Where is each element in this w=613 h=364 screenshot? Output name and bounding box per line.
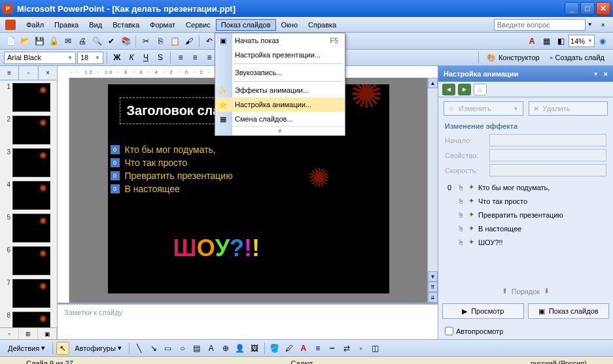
- slides-tab[interactable]: ▫: [19, 66, 38, 80]
- menu-file[interactable]: Файл: [21, 19, 49, 31]
- menu-window[interactable]: Окно: [276, 19, 304, 31]
- thumbnail-5[interactable]: ✺: [12, 214, 50, 242]
- autopreview-checkbox[interactable]: [445, 327, 453, 335]
- menu-custom-animation[interactable]: ⭐Настройка анимации...: [215, 97, 345, 112]
- menu-start-show[interactable]: ▣Начать показF5: [215, 33, 345, 48]
- menu-help[interactable]: Справка: [303, 19, 342, 31]
- line-style-icon[interactable]: ≡: [311, 342, 324, 355]
- slideshow-view-button[interactable]: ▣: [38, 328, 57, 339]
- move-up-icon[interactable]: ⬆: [502, 287, 508, 295]
- font-size-select[interactable]: 18▼: [77, 52, 103, 64]
- grid-icon[interactable]: ▦: [540, 35, 553, 48]
- effect-item[interactable]: 🖱✦Превратить презентацию: [442, 208, 609, 222]
- email-icon[interactable]: ✉: [61, 35, 75, 48]
- italic-button[interactable]: К: [125, 51, 138, 64]
- scroll-down-icon[interactable]: ▼: [428, 271, 438, 282]
- preview-button[interactable]: ▶ Просмотр: [442, 303, 524, 319]
- sorter-view-button[interactable]: ⊞: [19, 328, 38, 339]
- thumbnail-3[interactable]: ✺: [12, 148, 50, 177]
- wordart-icon[interactable]: A: [205, 342, 218, 355]
- arrow-style-icon[interactable]: ⇄: [340, 342, 353, 355]
- menu-expand-icon[interactable]: ▾: [215, 126, 345, 135]
- remove-effect-button[interactable]: ✕ Удалить: [529, 101, 608, 116]
- effect-item[interactable]: 🖱✦В настоящее: [442, 222, 609, 235]
- thumbnail-6[interactable]: ✺: [12, 246, 50, 275]
- picture-icon[interactable]: 🖼: [248, 342, 261, 355]
- shadow-button[interactable]: S: [154, 51, 167, 64]
- menu-record-narration[interactable]: Звукозапись...: [215, 65, 345, 80]
- clipart-icon[interactable]: 👤: [234, 342, 247, 355]
- permission-icon[interactable]: 🔓: [47, 35, 60, 48]
- underline-button[interactable]: Ч: [139, 51, 152, 64]
- thumbnail-8[interactable]: ✺: [12, 312, 50, 327]
- undo-icon[interactable]: ↶: [203, 35, 216, 48]
- effect-item[interactable]: 🖱✦ШОУ?!!: [442, 235, 609, 249]
- select-icon[interactable]: ↖: [56, 342, 69, 355]
- new-slide-button[interactable]: ▫Создать слайд: [546, 51, 609, 65]
- menu-format[interactable]: Формат: [145, 19, 181, 31]
- maximize-button[interactable]: □: [580, 2, 595, 15]
- dash-style-icon[interactable]: ┉: [326, 342, 339, 355]
- shadow-style-icon[interactable]: ▫: [355, 342, 368, 355]
- bold-button[interactable]: Ж: [111, 51, 124, 64]
- close-outline-button[interactable]: ×: [39, 66, 57, 80]
- save-icon[interactable]: 💾: [33, 35, 46, 48]
- add-effect-button[interactable]: ☆ Изменить ▼: [444, 101, 523, 116]
- rect-icon[interactable]: ▭: [162, 342, 175, 355]
- align-left-icon[interactable]: ≡: [174, 51, 187, 64]
- copy-icon[interactable]: ⎘: [154, 35, 167, 48]
- next-slide-icon[interactable]: ⇊: [428, 292, 438, 303]
- minimize-button[interactable]: _: [565, 2, 579, 15]
- paste-icon[interactable]: 📋: [168, 35, 181, 48]
- start-select[interactable]: [489, 134, 606, 146]
- color-icon[interactable]: ◧: [554, 35, 567, 48]
- menu-insert[interactable]: Вставка: [107, 19, 145, 31]
- font-color-draw-icon[interactable]: A: [297, 342, 310, 355]
- open-icon[interactable]: 📂: [18, 35, 31, 48]
- taskpane-close-button[interactable]: ×: [604, 70, 608, 78]
- notes-pane[interactable]: Заметки к слайду: [58, 303, 438, 339]
- zoom-select[interactable]: 14%▼: [569, 35, 595, 47]
- close-button[interactable]: ✕: [596, 2, 610, 15]
- menu-view[interactable]: Вид: [84, 19, 107, 31]
- menu-slideshow[interactable]: Показ слайдов: [216, 19, 276, 31]
- taskpane-dropdown-icon[interactable]: ▼: [593, 71, 599, 77]
- normal-view-button[interactable]: ▫: [0, 328, 19, 339]
- line-icon[interactable]: ╲: [133, 342, 146, 355]
- property-select[interactable]: [489, 149, 606, 161]
- menu-slide-transition[interactable]: ▦Смена слайдов...: [215, 112, 345, 126]
- thumbnail-2[interactable]: ✺: [12, 116, 50, 144]
- thumbnail-4[interactable]: ✺: [12, 181, 50, 210]
- scroll-up-icon[interactable]: ▲: [428, 78, 438, 88]
- outline-tab[interactable]: ≡: [0, 66, 19, 80]
- nav-home-icon[interactable]: ⌂: [474, 84, 487, 95]
- cut-icon[interactable]: ✂: [139, 35, 152, 48]
- designer-button[interactable]: 🎨Конструктор: [482, 51, 544, 65]
- research-icon[interactable]: 📚: [119, 35, 132, 48]
- align-center-icon[interactable]: ≡: [188, 51, 201, 64]
- menu-animation-effects[interactable]: ✨Эффекты анимации...: [215, 83, 345, 97]
- thumbnail-1[interactable]: ✺: [12, 83, 50, 112]
- thumbnail-7[interactable]: ✺: [12, 279, 50, 308]
- new-icon[interactable]: 📄: [4, 35, 17, 48]
- prev-slide-icon[interactable]: ⇈: [428, 282, 438, 292]
- font-color-icon[interactable]: A: [525, 35, 538, 48]
- fill-icon[interactable]: 🪣: [268, 342, 281, 355]
- print-icon[interactable]: 🖨: [76, 35, 89, 48]
- textbox-icon[interactable]: ▤: [190, 342, 203, 355]
- font-name-select[interactable]: Arial Black▼: [4, 52, 76, 64]
- mdi-close-button[interactable]: ×: [599, 21, 608, 29]
- nav-back-icon[interactable]: ◄: [442, 84, 455, 95]
- oval-icon[interactable]: ○: [176, 342, 189, 355]
- help-icon[interactable]: ◉: [596, 35, 609, 48]
- speed-select[interactable]: [489, 164, 606, 176]
- arrow-icon[interactable]: ↘: [147, 342, 160, 355]
- mdi-icon[interactable]: [5, 20, 16, 30]
- effect-item[interactable]: 🖱✦Что так просто: [442, 194, 609, 208]
- ask-question-input[interactable]: [494, 19, 586, 31]
- ask-dropdown-icon[interactable]: ▼: [586, 22, 595, 27]
- format-painter-icon[interactable]: 🖌: [183, 35, 196, 48]
- 3d-style-icon[interactable]: ◫: [369, 342, 382, 355]
- menu-edit[interactable]: Правка: [49, 19, 84, 31]
- move-down-icon[interactable]: ⬇: [544, 287, 550, 295]
